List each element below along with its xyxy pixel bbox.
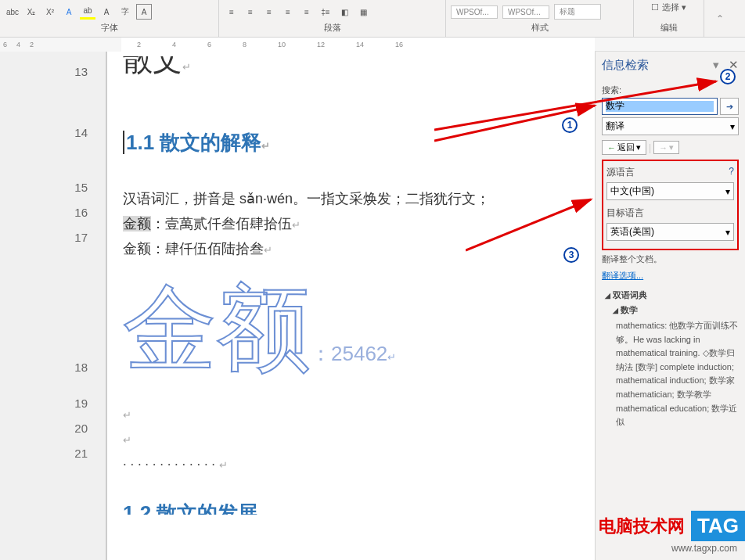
translate-doc-text: 翻译整个文档。 (602, 253, 739, 265)
line-number: 19 (0, 391, 88, 416)
ribbon-collapse-icon[interactable]: ⌃ (716, 13, 724, 24)
dict-result-text: mathematics: 他数学方面训练不够。He was lacking in… (605, 319, 739, 429)
chevron-down-icon: ▾ (730, 121, 735, 132)
dict-term[interactable]: 数学 (605, 304, 739, 316)
line-number: 18 (0, 258, 88, 391)
source-language-label: 源语言 (606, 166, 635, 179)
doc-line-18-bigtext: 金额：25462↵ (123, 261, 595, 402)
style-item-3[interactable]: 标题 (554, 4, 601, 20)
style-item-2[interactable]: WPSOf... (502, 5, 549, 19)
heading-1-1: 1.1 散文的解释↵ (123, 120, 595, 164)
font-color-icon[interactable]: A (61, 4, 77, 20)
annotation-highlight-box: 源语言 ? 中文(中国) ▾ 目标语言 英语(美国) ▾ (602, 160, 739, 250)
back-arrow-icon: ← (607, 143, 616, 153)
ribbon-toolbar: abc X₂ X² A ab A 字 A 字体 ≡ ≡ ≡ ≡ ≡ ‡≡ ◧ ▦… (0, 0, 745, 38)
edit-group-label: 编辑 (639, 22, 699, 35)
watermark-text: 电脑技术网 (599, 515, 685, 538)
doc-line-21: · · · · · · · · · · · · · ↵ (123, 452, 595, 477)
selected-text[interactable]: 金额 (123, 216, 151, 232)
heading-1-2-partial: 1.2 散文的发展 (123, 493, 595, 515)
chevron-down-icon: ▾ (725, 227, 730, 238)
paragraph-group-label: 段落 (224, 22, 441, 35)
line-number: 20 (0, 416, 88, 441)
document-page[interactable]: 散文↵ 1.1 散文的解释↵ 汉语词汇，拼音是 sǎn·wén。一指文采焕发；二… (106, 52, 595, 560)
select-button[interactable]: ☐ 选择 ▾ (651, 2, 686, 13)
search-go-icon: ➔ (726, 102, 733, 112)
dict-header[interactable]: 双语词典 (605, 289, 739, 301)
doc-line-15: 汉语词汇，拼音是 sǎn·wén。一指文采焕发；二指犹行文； (123, 186, 595, 211)
highlight-icon[interactable]: ab (80, 4, 95, 20)
line-spacing-icon[interactable]: ‡≡ (318, 4, 333, 20)
doc-line-19: ↵ (123, 402, 595, 427)
strikethrough-icon[interactable]: abc (5, 4, 20, 20)
align-center-icon[interactable]: ≡ (243, 4, 258, 20)
watermark-url: www.tagxp.com (599, 543, 745, 554)
back-button[interactable]: ← 返回 ▾ (602, 140, 646, 155)
line-number: 15 (0, 175, 88, 200)
watermark-tag: TAG (691, 511, 745, 541)
justify-icon[interactable]: ≡ (280, 4, 296, 20)
search-label: 搜索: (602, 84, 739, 96)
style-item-1[interactable]: WPSOf... (451, 5, 498, 19)
align-left-icon[interactable]: ≡ (224, 4, 239, 20)
enclose-char-icon[interactable]: 字 (117, 4, 133, 20)
search-input[interactable] (606, 101, 714, 112)
pane-title: 信息检索 (602, 58, 649, 73)
chevron-down-icon: ▾ (725, 186, 730, 197)
line-number: 14 (0, 120, 88, 175)
chevron-down-icon: ▾ (636, 142, 641, 153)
distribute-icon[interactable]: ≡ (299, 4, 315, 20)
annotation-marker-3: 3 (563, 247, 579, 263)
line-number-gutter: 13 14 15 16 17 18 19 20 21 (0, 52, 102, 560)
source-language-dropdown[interactable]: 中文(中国) ▾ (606, 182, 734, 200)
line-number: 17 (0, 225, 88, 258)
annotation-marker-2: 2 (720, 69, 736, 84)
line-number: 13 (0, 59, 88, 78)
target-language-label: 目标语言 (606, 206, 644, 220)
styles-group-label: 样式 (451, 22, 628, 35)
search-input-wrapper (602, 98, 718, 115)
forward-arrow-icon: → (659, 143, 668, 153)
service-dropdown[interactable]: 翻译 ▾ (602, 117, 739, 135)
align-right-icon[interactable]: ≡ (261, 4, 277, 20)
annotation-marker-1: 1 (562, 117, 578, 133)
subscript-icon[interactable]: X₂ (23, 4, 39, 20)
ruler: 6 4 2 2 4 6 8 10 12 14 16 (0, 38, 745, 52)
doc-line-16: 金额：壹萬贰仟叁佰肆拾伍↵ (123, 211, 595, 236)
forward-button[interactable]: → ▾ (653, 141, 679, 154)
heading-fragment-line13: 散文↵ (123, 56, 595, 83)
borders-icon[interactable]: ▦ (355, 4, 371, 20)
research-pane: 信息检索 ▾ ✕ 搜索: ➔ 翻译 ▾ ← 返回 ▾ | (595, 52, 745, 560)
doc-line-20: ↵ (123, 427, 595, 452)
superscript-icon[interactable]: X² (42, 4, 58, 20)
target-language-dropdown[interactable]: 英语(美国) ▾ (606, 223, 734, 241)
char-border-icon[interactable]: A (136, 4, 152, 20)
line-number: 21 (0, 441, 88, 466)
pane-dropdown-icon[interactable]: ▾ (713, 58, 719, 71)
search-button[interactable]: ➔ (720, 98, 739, 115)
document-area: 13 14 15 16 17 18 19 20 21 散文↵ 1.1 散文的解释… (0, 52, 595, 560)
watermark: 电脑技术网 TAG www.tagxp.com (599, 511, 745, 554)
chevron-down-icon: ▾ (669, 142, 674, 153)
help-icon[interactable]: ? (729, 166, 734, 179)
shading-icon[interactable]: ◧ (337, 4, 352, 20)
char-shading-icon[interactable]: A (99, 4, 114, 20)
doc-line-17: 金额：肆仟伍佰陆拾叁↵ (123, 236, 595, 261)
line-number: 16 (0, 200, 88, 225)
font-group-label: 字体 (5, 22, 214, 35)
translate-options-link[interactable]: 翻译选项... (602, 271, 643, 280)
